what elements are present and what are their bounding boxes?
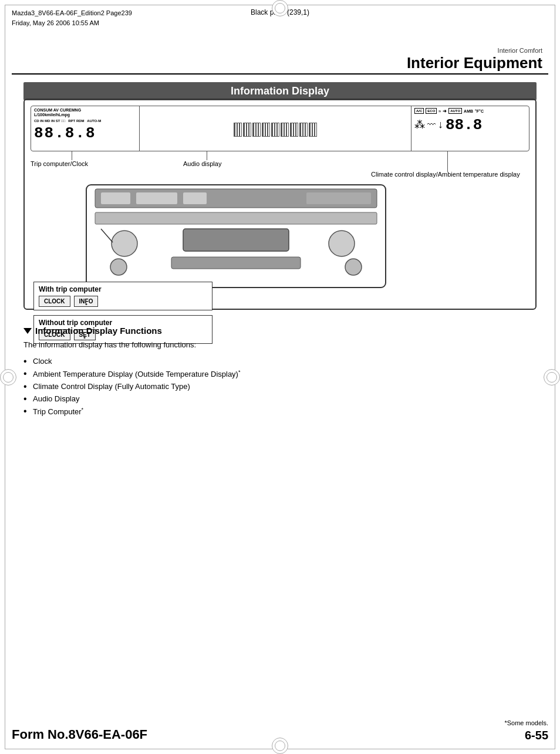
- list-item-clock: Clock: [23, 355, 537, 367]
- eco-badge: ECO: [426, 108, 437, 114]
- section-label: Interior Comfort Interior Equipment: [407, 47, 542, 72]
- audio-block-7: [290, 123, 298, 137]
- climate-display-section: A/C ECO ≈ ➜ AUTO AMB °F°C ⁂ 〰 ↓ 88.8: [411, 106, 529, 151]
- svg-rect-10: [171, 257, 301, 269]
- asterisk-trip: *: [82, 407, 84, 412]
- climate-display-value: 88.8: [446, 116, 482, 134]
- svg-point-8: [112, 231, 137, 256]
- top-registration-circle: [272, 0, 288, 16]
- footer-right: *Some models. 6-55: [504, 719, 548, 742]
- audio-block-1: [234, 123, 242, 137]
- functions-section: Information Display Functions The inform…: [23, 326, 537, 418]
- amb-text: AMB: [464, 109, 473, 113]
- svg-rect-7: [183, 229, 289, 251]
- with-trip-title: With trip computer: [39, 285, 207, 293]
- svg-point-11: [110, 259, 127, 275]
- connector-trip: [72, 151, 72, 160]
- clock-button-with[interactable]: CLOCK: [39, 296, 70, 307]
- functions-title: Information Display Functions: [23, 326, 537, 336]
- svg-rect-2: [101, 192, 130, 204]
- dashboard-drawing: [83, 182, 529, 290]
- functions-intro: The information display has the followin…: [23, 340, 537, 349]
- footer-page-number: 6-55: [504, 729, 548, 742]
- svg-rect-5: [306, 192, 371, 204]
- svg-rect-3: [136, 192, 177, 204]
- auto-badge: AUTO: [448, 108, 462, 114]
- footer-models-note: *Some models.: [504, 719, 548, 726]
- audio-block-4: [262, 123, 270, 137]
- wifi-icon: ≈: [438, 109, 441, 113]
- info-banner: Information Display: [23, 82, 537, 100]
- trip-labels: CONSUM AV CUREMNG L/100kmile/hLmpg CD IN…: [34, 108, 136, 123]
- audio-display-section: [140, 106, 411, 151]
- svg-rect-4: [183, 192, 207, 204]
- footer-form-number: Form No.8V66-EA-06F: [12, 727, 147, 742]
- list-item-ambient: Ambient Temperature Display (Outside Tem…: [23, 367, 537, 380]
- ac-badge: A/C: [414, 108, 424, 114]
- list-item-climate: Climate Control Display (Fully Automatic…: [23, 380, 537, 393]
- functions-list: Clock Ambient Temperature Display (Outsi…: [23, 355, 537, 418]
- file-name: Mazda3_8V66-EA-06F_Edition2 Page239: [12, 8, 132, 18]
- climate-label: Climate control display/Ambient temperat…: [371, 170, 520, 179]
- svg-point-9: [329, 231, 355, 256]
- section-subtitle: Interior Comfort: [407, 47, 542, 54]
- trip-label: Trip computer/Clock: [31, 160, 88, 167]
- bottom-registration-circle: [272, 738, 288, 754]
- with-trip-box: With trip computer CLOCK INFO: [33, 282, 212, 310]
- wave-icon: 〰: [427, 120, 436, 129]
- trip-display-section: CONSUM AV CUREMNG L/100kmile/hLmpg CD IN…: [31, 106, 140, 151]
- fan-icon: ⁂: [414, 118, 425, 131]
- audio-block-3: [252, 123, 261, 137]
- left-registration-circle: [0, 369, 16, 386]
- audio-block-2: [243, 123, 251, 137]
- climate-icons: A/C ECO ≈ ➜ AUTO AMB °F°C: [414, 108, 526, 114]
- audio-block-5: [271, 123, 279, 137]
- audio-block-6: [281, 123, 289, 137]
- audio-label: Audio display: [183, 160, 221, 167]
- title-rule: [12, 73, 548, 75]
- functions-title-text: Information Display Functions: [35, 326, 162, 336]
- connector-audio: [207, 151, 207, 160]
- connector-climate: [447, 151, 448, 172]
- page-title: Interior Equipment: [407, 54, 542, 72]
- audio-blocks: [234, 123, 317, 137]
- svg-rect-6: [95, 212, 377, 224]
- audio-block-8: [299, 123, 308, 137]
- right-registration-circle: [544, 369, 560, 386]
- audio-block-9: [309, 123, 317, 137]
- asterisk-ambient: *: [238, 369, 241, 375]
- display-bar: CONSUM AV CUREMNG L/100kmile/hLmpg CD IN…: [31, 106, 529, 151]
- with-trip-buttons: CLOCK INFO: [39, 296, 207, 307]
- header-meta: Mazda3_8V66-EA-06F_Edition2 Page239 Frid…: [12, 8, 132, 28]
- svg-line-13: [101, 229, 113, 242]
- trip-display-value: 88.8.8: [34, 124, 136, 142]
- temp-unit: °F°C: [475, 109, 484, 113]
- diagram-box: CONSUM AV CUREMNG L/100kmile/hLmpg CD IN…: [23, 99, 537, 310]
- svg-point-12: [345, 259, 362, 275]
- list-item-trip: Trip Computer*: [23, 405, 537, 418]
- file-date: Friday, May 26 2006 10:55 AM: [12, 18, 132, 28]
- info-button[interactable]: INFO: [74, 296, 99, 307]
- arrow-down-icon: ↓: [438, 119, 443, 131]
- triangle-icon: [23, 328, 32, 334]
- list-item-audio: Audio Display: [23, 393, 537, 405]
